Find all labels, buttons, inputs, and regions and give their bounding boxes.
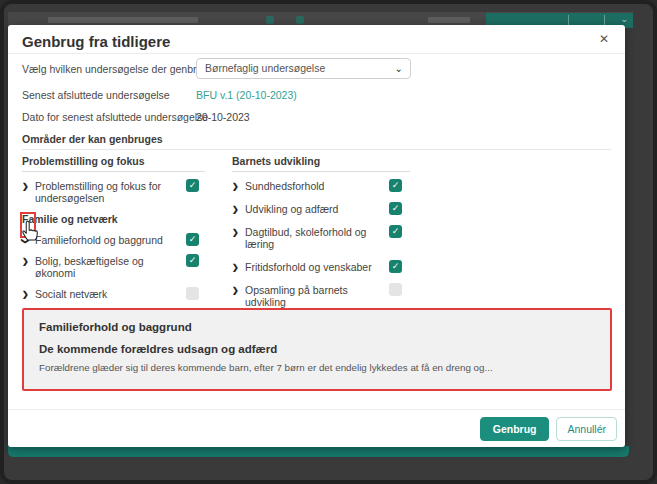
preview-subtitle: De kommende forældres udsagn og adfærd	[39, 343, 595, 355]
area-item-label: Fritidsforhold og venskaber	[245, 261, 372, 273]
dialog-footer: Genbrug Annullér	[480, 417, 617, 441]
check-icon: ✓	[389, 225, 402, 238]
annuller-button[interactable]: Annullér	[556, 417, 617, 441]
survey-select-value: Børnefaglig undersøgelse	[205, 62, 325, 74]
background-text-blob	[48, 17, 198, 23]
latest-survey-link[interactable]: BFU v.1 (20-10-2023)	[196, 89, 297, 101]
checkbox[interactable]: ✓	[389, 179, 402, 192]
background-icon	[296, 16, 304, 24]
divider	[8, 53, 625, 54]
checkbox[interactable]: ✓	[389, 260, 402, 273]
area-item-sundhedsforhold[interactable]: ❯ Sundhedsforhold ✓	[232, 180, 410, 192]
checkbox[interactable]: ✓	[186, 287, 199, 300]
chevron-down-icon: ⌄	[395, 59, 403, 78]
checkbox[interactable]: ✓	[389, 225, 402, 238]
preview-body-text: Forældrene glæder sig til deres kommende…	[39, 362, 595, 373]
close-icon[interactable]: ✕	[599, 32, 609, 46]
area-item-label: Socialt netværk	[35, 288, 107, 300]
area-item-familieforhold[interactable]: ❯ Familieforhold og baggrund ✓	[22, 234, 205, 246]
chevron-down-icon: ⌄	[620, 14, 628, 24]
group-header-familie-netvaerk: Familie og netværk	[22, 213, 205, 225]
reuse-dialog: Genbrug fra tidligere ✕ Vælg hvilken und…	[8, 25, 625, 447]
area-item-socialt-netvaerk[interactable]: ❯ Socialt netværk ✓	[22, 288, 205, 300]
survey-select[interactable]: Børnefaglig undersøgelse ⌄	[196, 58, 411, 79]
preview-title: Familieforhold og baggrund	[39, 321, 595, 333]
checkbox[interactable]: ✓	[186, 233, 199, 246]
check-icon: ✓	[186, 233, 199, 246]
chevron-right-icon[interactable]: ❯	[232, 285, 239, 297]
checkbox[interactable]: ✓	[186, 179, 199, 192]
latest-survey-date-label: Dato for senest afsluttede undersøgelse	[22, 111, 208, 123]
area-item-dagtilbud[interactable]: ❯ Dagtilbud, skoleforhold og læring ✓	[232, 226, 410, 250]
divider	[22, 149, 611, 150]
chevron-right-icon[interactable]: ❯	[232, 262, 239, 274]
area-item-opsamling-barnet[interactable]: ❯ Opsamling på barnets udvikling ✓	[232, 284, 410, 308]
area-item-label: Familieforhold og baggrund	[35, 234, 163, 246]
checkbox[interactable]: ✓	[186, 254, 199, 267]
group-header-problemstilling: Problemstilling og fokus	[22, 155, 205, 172]
check-icon: ✓	[389, 179, 402, 192]
latest-survey-date-value: 20-10-2023	[196, 111, 250, 123]
group-header-barnets-udvikling: Barnets udvikling	[232, 155, 410, 172]
background-teal-footer-bar	[8, 446, 629, 457]
latest-survey-label: Senest afsluttede undersøgelse	[22, 89, 170, 101]
checkbox[interactable]: ✓	[389, 283, 402, 296]
area-item-label: Udvikling og adfærd	[245, 203, 338, 215]
background-icon	[266, 16, 274, 24]
chevron-right-icon[interactable]: ❯	[22, 181, 29, 193]
area-item-problemstilling-undersoegelsen[interactable]: ❯ Problemstilling og fokus for undersøge…	[22, 180, 205, 204]
chevron-right-icon[interactable]: ❯	[232, 181, 239, 193]
preview-panel: Familieforhold og baggrund De kommende f…	[22, 308, 612, 391]
divider	[8, 409, 625, 410]
genbrug-button[interactable]: Genbrug	[480, 417, 550, 441]
area-item-bolig[interactable]: ❯ Bolig, beskæftigelse og økonomi ✓	[22, 255, 205, 279]
check-icon: ✓	[186, 254, 199, 267]
area-item-label: Sundhedsforhold	[245, 180, 324, 192]
check-icon: ✓	[389, 202, 402, 215]
area-item-label: Problemstilling og fokus for undersøgels…	[35, 180, 161, 204]
area-item-label: Bolig, beskæftigelse og økonomi	[35, 255, 144, 279]
chevron-right-icon[interactable]: ❯	[232, 204, 239, 216]
screenshot-frame: ⌄ Genbrug fra tidligere ✕ Vælg hvilken u…	[0, 0, 657, 484]
checkbox[interactable]: ✓	[389, 202, 402, 215]
chevron-right-icon[interactable]: ❯	[22, 289, 29, 301]
check-icon: ✓	[186, 179, 199, 192]
area-item-fritidsforhold[interactable]: ❯ Fritidsforhold og venskaber ✓	[232, 261, 410, 273]
background-text-blob	[428, 17, 470, 23]
check-icon: ✓	[389, 260, 402, 273]
chevron-right-icon[interactable]: ❯	[232, 227, 239, 239]
dialog-title: Genbrug fra tidligere	[22, 33, 170, 50]
area-item-label: Dagtilbud, skoleforhold og læring	[245, 226, 366, 250]
areas-heading: Områder der kan genbruges	[22, 133, 163, 145]
area-item-label: Opsamling på barnets udvikling	[245, 284, 348, 308]
chevron-right-icon[interactable]: ❯	[22, 256, 29, 268]
area-item-udvikling-adfaerd[interactable]: ❯ Udvikling og adfærd ✓	[232, 203, 410, 215]
hand-cursor-icon	[19, 220, 39, 244]
